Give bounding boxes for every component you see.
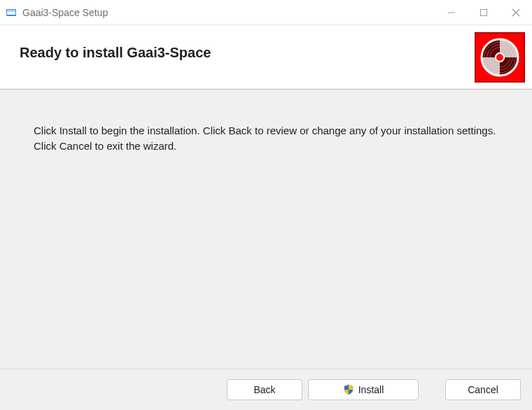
close-button[interactable] [500,0,532,25]
install-button-label: Install [358,384,384,395]
wizard-footer: Back Install Cancel [0,369,532,410]
install-button[interactable]: Install [308,379,419,400]
instruction-text: Click Install to begin the installation.… [34,123,498,154]
back-button-label: Back [253,384,275,395]
installer-app-icon [6,7,17,18]
svg-rect-4 [481,9,487,15]
uac-shield-icon [343,384,354,395]
page-title: Ready to install Gaai3-Space [20,45,211,61]
back-button[interactable]: Back [227,379,302,400]
svg-rect-2 [7,10,15,12]
wizard-header: Ready to install Gaai3-Space [0,25,532,90]
svg-point-12 [496,53,504,62]
cancel-button-label: Cancel [468,384,498,395]
maximize-button[interactable] [468,0,500,25]
disc-icon [475,32,525,83]
cancel-button[interactable]: Cancel [445,379,521,400]
wizard-body: Click Install to begin the installation.… [0,90,532,369]
window-title: Gaai3-Space Setup [22,7,108,18]
title-bar: Gaai3-Space Setup [0,0,532,25]
minimize-button[interactable] [435,0,468,25]
